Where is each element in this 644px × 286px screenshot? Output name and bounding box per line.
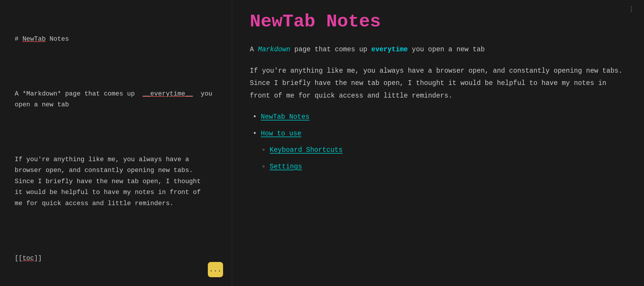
toc-link-newtab[interactable]: NewTab Notes — [261, 113, 310, 121]
toc-subitem-keyboard: Keyboard Shortcuts — [262, 144, 626, 156]
preview-para1: If you're anything like me, you always h… — [250, 65, 626, 102]
toc-subitem-settings: Settings — [262, 161, 626, 173]
toc-link-howto[interactable]: How to use — [261, 130, 301, 137]
editor-content: # NewTab Notes A *Markdown* page that co… — [15, 12, 217, 286]
toc-item-newtab: NewTab Notes — [253, 111, 626, 123]
intro-text-mid: page that comes up — [290, 46, 371, 53]
intro-text-before: A — [250, 46, 258, 53]
preview-panel: ⋮ NewTab Notes A Markdown page that come… — [232, 0, 644, 286]
preview-body: A Markdown page that comes up everytime … — [250, 43, 626, 173]
intro-italic-markdown: Markdown — [258, 46, 290, 53]
intro-text-end: you open a new tab — [408, 46, 485, 53]
editor-line-heading1: # NewTab Notes — [15, 34, 217, 45]
float-button-label: ... — [209, 266, 222, 273]
toc-item-howto: How to use Keyboard Shortcuts Settings — [253, 127, 626, 173]
preview-title: NewTab Notes — [250, 12, 626, 32]
intro-bold-everytime: everytime — [371, 46, 408, 53]
toc-link-keyboard-shortcuts[interactable]: Keyboard Shortcuts — [270, 146, 343, 154]
editor-line-toc: [[toc]] — [15, 253, 217, 264]
toc-sublist: Keyboard Shortcuts Settings — [253, 144, 626, 173]
toc-link-settings[interactable]: Settings — [270, 163, 302, 171]
more-options-icon[interactable]: ⋮ — [628, 5, 635, 13]
editor-panel[interactable]: # NewTab Notes A *Markdown* page that co… — [0, 0, 232, 286]
float-action-button[interactable]: ... — [208, 262, 223, 277]
preview-intro-paragraph: A Markdown page that comes up everytime … — [250, 43, 626, 56]
toc-list: NewTab Notes How to use Keyboard Shortcu… — [250, 111, 626, 173]
editor-line-intro: A *Markdown* page that comes up __everyt… — [15, 88, 217, 110]
editor-line-para1: If you're anything like me, you always h… — [15, 154, 217, 209]
